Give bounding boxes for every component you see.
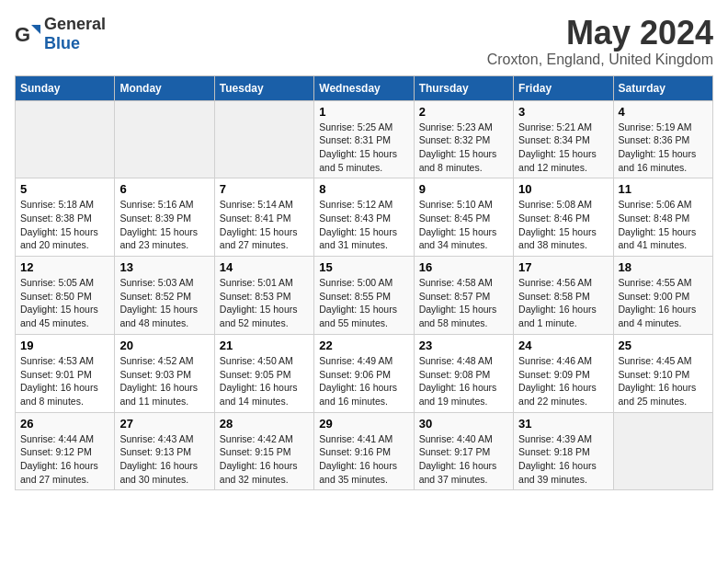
location-title: Croxton, England, United Kingdom bbox=[487, 52, 713, 68]
calendar-cell: 2Sunrise: 5:23 AMSunset: 8:32 PMDaylight… bbox=[414, 100, 513, 178]
calendar-table: SundayMondayTuesdayWednesdayThursdayFrid… bbox=[15, 75, 713, 491]
calendar-cell bbox=[115, 100, 214, 178]
day-number: 12 bbox=[20, 260, 109, 274]
logo-general-text: General bbox=[44, 15, 106, 33]
logo: G General Blue bbox=[15, 15, 106, 53]
day-info: Sunrise: 4:49 AMSunset: 9:06 PMDaylight:… bbox=[319, 354, 408, 408]
day-number: 25 bbox=[619, 339, 708, 352]
day-info: Sunrise: 5:14 AMSunset: 8:41 PMDaylight:… bbox=[220, 198, 309, 252]
logo-blue-text: Blue bbox=[44, 34, 80, 52]
calendar-cell: 31Sunrise: 4:39 AMSunset: 9:18 PMDayligh… bbox=[514, 412, 613, 490]
day-number: 21 bbox=[220, 339, 309, 352]
calendar-week-2: 5Sunrise: 5:18 AMSunset: 8:38 PMDaylight… bbox=[16, 178, 713, 257]
day-number: 29 bbox=[319, 417, 408, 431]
day-number: 20 bbox=[119, 339, 209, 352]
calendar-cell: 28Sunrise: 4:42 AMSunset: 9:15 PMDayligh… bbox=[214, 412, 313, 490]
calendar-cell: 11Sunrise: 5:06 AMSunset: 8:48 PMDayligh… bbox=[613, 178, 712, 257]
day-number: 15 bbox=[319, 260, 408, 274]
day-info: Sunrise: 4:42 AMSunset: 9:15 PMDaylight:… bbox=[220, 432, 309, 487]
calendar-cell: 25Sunrise: 4:45 AMSunset: 9:10 PMDayligh… bbox=[613, 334, 712, 412]
day-number: 10 bbox=[518, 182, 608, 196]
day-info: Sunrise: 4:56 AMSunset: 8:58 PMDaylight:… bbox=[518, 276, 608, 330]
calendar-cell bbox=[613, 412, 712, 490]
calendar-header: SundayMondayTuesdayWednesdayThursdayFrid… bbox=[16, 75, 713, 100]
svg-marker-1 bbox=[31, 25, 40, 34]
day-number: 11 bbox=[619, 182, 708, 196]
day-info: Sunrise: 4:48 AMSunset: 9:08 PMDaylight:… bbox=[419, 354, 508, 408]
calendar-cell: 18Sunrise: 4:55 AMSunset: 9:00 PMDayligh… bbox=[613, 257, 712, 335]
calendar-cell: 14Sunrise: 5:01 AMSunset: 8:53 PMDayligh… bbox=[214, 257, 313, 335]
day-info: Sunrise: 5:06 AMSunset: 8:48 PMDaylight:… bbox=[619, 198, 708, 252]
calendar-cell: 19Sunrise: 4:53 AMSunset: 9:01 PMDayligh… bbox=[16, 334, 115, 412]
day-info: Sunrise: 5:23 AMSunset: 8:32 PMDaylight:… bbox=[419, 121, 508, 175]
calendar-week-4: 19Sunrise: 4:53 AMSunset: 9:01 PMDayligh… bbox=[16, 334, 713, 412]
calendar-cell: 7Sunrise: 5:14 AMSunset: 8:41 PMDaylight… bbox=[214, 178, 313, 257]
calendar-cell: 9Sunrise: 5:10 AMSunset: 8:45 PMDaylight… bbox=[414, 178, 513, 257]
day-number: 23 bbox=[419, 339, 508, 352]
day-info: Sunrise: 5:03 AMSunset: 8:52 PMDaylight:… bbox=[119, 276, 209, 330]
day-number: 4 bbox=[619, 105, 708, 119]
day-info: Sunrise: 4:39 AMSunset: 9:18 PMDaylight:… bbox=[518, 432, 608, 487]
day-number: 8 bbox=[319, 182, 408, 196]
calendar-cell bbox=[214, 100, 313, 178]
calendar-cell: 24Sunrise: 4:46 AMSunset: 9:09 PMDayligh… bbox=[514, 334, 613, 412]
day-info: Sunrise: 4:50 AMSunset: 9:05 PMDaylight:… bbox=[220, 354, 309, 408]
calendar-cell: 13Sunrise: 5:03 AMSunset: 8:52 PMDayligh… bbox=[115, 257, 214, 335]
day-info: Sunrise: 5:10 AMSunset: 8:45 PMDaylight:… bbox=[419, 198, 508, 252]
day-number: 19 bbox=[20, 339, 109, 352]
day-number: 5 bbox=[20, 182, 109, 196]
page-header: G General Blue May 2024 Croxton, England… bbox=[15, 15, 713, 68]
calendar-cell: 30Sunrise: 4:40 AMSunset: 9:17 PMDayligh… bbox=[414, 412, 513, 490]
day-info: Sunrise: 5:19 AMSunset: 8:36 PMDaylight:… bbox=[619, 121, 708, 175]
weekday-header-row: SundayMondayTuesdayWednesdayThursdayFrid… bbox=[16, 75, 713, 100]
calendar-cell: 29Sunrise: 4:41 AMSunset: 9:16 PMDayligh… bbox=[314, 412, 414, 490]
calendar-cell: 6Sunrise: 5:16 AMSunset: 8:39 PMDaylight… bbox=[115, 178, 214, 257]
day-number: 17 bbox=[518, 260, 608, 274]
weekday-header-wednesday: Wednesday bbox=[314, 75, 414, 100]
day-number: 7 bbox=[220, 182, 309, 196]
day-info: Sunrise: 5:21 AMSunset: 8:34 PMDaylight:… bbox=[518, 121, 608, 175]
calendar-week-1: 1Sunrise: 5:25 AMSunset: 8:31 PMDaylight… bbox=[16, 100, 713, 178]
calendar-cell: 17Sunrise: 4:56 AMSunset: 8:58 PMDayligh… bbox=[514, 257, 613, 335]
day-info: Sunrise: 5:00 AMSunset: 8:55 PMDaylight:… bbox=[319, 276, 408, 330]
day-number: 16 bbox=[419, 260, 508, 274]
day-info: Sunrise: 4:52 AMSunset: 9:03 PMDaylight:… bbox=[119, 354, 209, 408]
logo-icon: G bbox=[15, 21, 40, 47]
day-number: 2 bbox=[419, 105, 508, 119]
day-info: Sunrise: 5:08 AMSunset: 8:46 PMDaylight:… bbox=[518, 198, 608, 252]
day-number: 24 bbox=[518, 339, 608, 352]
day-number: 6 bbox=[119, 182, 209, 196]
day-number: 31 bbox=[518, 417, 608, 431]
weekday-header-tuesday: Tuesday bbox=[214, 75, 313, 100]
calendar-cell: 22Sunrise: 4:49 AMSunset: 9:06 PMDayligh… bbox=[314, 334, 414, 412]
day-info: Sunrise: 4:58 AMSunset: 8:57 PMDaylight:… bbox=[419, 276, 508, 330]
day-number: 28 bbox=[220, 417, 309, 431]
day-info: Sunrise: 4:44 AMSunset: 9:12 PMDaylight:… bbox=[20, 432, 109, 487]
day-info: Sunrise: 5:12 AMSunset: 8:43 PMDaylight:… bbox=[319, 198, 408, 252]
calendar-cell: 5Sunrise: 5:18 AMSunset: 8:38 PMDaylight… bbox=[16, 178, 115, 257]
calendar-cell: 10Sunrise: 5:08 AMSunset: 8:46 PMDayligh… bbox=[514, 178, 613, 257]
day-info: Sunrise: 4:40 AMSunset: 9:17 PMDaylight:… bbox=[419, 432, 508, 487]
day-info: Sunrise: 5:01 AMSunset: 8:53 PMDaylight:… bbox=[220, 276, 309, 330]
day-number: 1 bbox=[319, 105, 408, 119]
day-info: Sunrise: 5:18 AMSunset: 8:38 PMDaylight:… bbox=[20, 198, 109, 252]
day-info: Sunrise: 4:45 AMSunset: 9:10 PMDaylight:… bbox=[619, 354, 708, 408]
calendar-cell: 20Sunrise: 4:52 AMSunset: 9:03 PMDayligh… bbox=[115, 334, 214, 412]
calendar-cell: 26Sunrise: 4:44 AMSunset: 9:12 PMDayligh… bbox=[16, 412, 115, 490]
day-number: 26 bbox=[20, 417, 109, 431]
day-info: Sunrise: 5:16 AMSunset: 8:39 PMDaylight:… bbox=[119, 198, 209, 252]
calendar-week-5: 26Sunrise: 4:44 AMSunset: 9:12 PMDayligh… bbox=[16, 412, 713, 490]
month-title: May 2024 bbox=[487, 15, 713, 52]
calendar-cell: 27Sunrise: 4:43 AMSunset: 9:13 PMDayligh… bbox=[115, 412, 214, 490]
day-number: 3 bbox=[518, 105, 608, 119]
calendar-cell: 12Sunrise: 5:05 AMSunset: 8:50 PMDayligh… bbox=[16, 257, 115, 335]
calendar-cell: 1Sunrise: 5:25 AMSunset: 8:31 PMDaylight… bbox=[314, 100, 414, 178]
calendar-body: 1Sunrise: 5:25 AMSunset: 8:31 PMDaylight… bbox=[16, 100, 713, 490]
weekday-header-thursday: Thursday bbox=[414, 75, 513, 100]
day-number: 30 bbox=[419, 417, 508, 431]
calendar-cell: 23Sunrise: 4:48 AMSunset: 9:08 PMDayligh… bbox=[414, 334, 513, 412]
weekday-header-friday: Friday bbox=[514, 75, 613, 100]
day-info: Sunrise: 4:53 AMSunset: 9:01 PMDaylight:… bbox=[20, 354, 109, 408]
calendar-cell: 21Sunrise: 4:50 AMSunset: 9:05 PMDayligh… bbox=[214, 334, 313, 412]
calendar-cell: 15Sunrise: 5:00 AMSunset: 8:55 PMDayligh… bbox=[314, 257, 414, 335]
